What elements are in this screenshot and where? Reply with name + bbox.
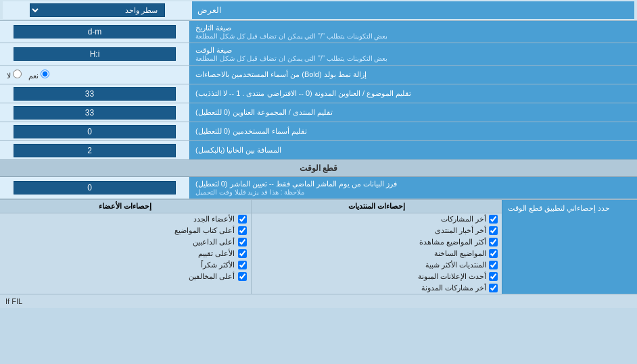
checkbox-most-viewed-label: أكثر المواضيع مشاهدة	[419, 238, 486, 246]
checkbox-top-posters2-label: أعلى الداعبين	[193, 238, 235, 246]
time-format-row: صيغة الوقت بعض التكوينات يتطلب "/" التي …	[0, 43, 637, 66]
username-count-value	[0, 122, 189, 140]
checkbox-last-posts: أخر المشاركات	[252, 213, 502, 225]
time-cut-label: فرز البيانات من يوم الماشر الماضي فقط --…	[189, 177, 637, 199]
checkbox-latest-news: أخر أخبار المنتدى	[252, 225, 502, 236]
col3: إحصاءات الأعضاء الأعضاء الجدد أعلى كتاب …	[0, 200, 251, 294]
main-container: العرض سطر واحدسطرينثلاثة أسطر صيغة التار…	[0, 0, 637, 308]
time-cut-row: فرز البيانات من يوم الماشر الماضي فقط --…	[0, 177, 637, 199]
checkbox-top-rated-label: الأعلى تقييم	[198, 249, 235, 258]
checkbox-new-members-input[interactable]	[238, 215, 247, 224]
checkbox-top-posters2: أعلى الداعبين	[0, 236, 251, 248]
time-format-input[interactable]	[14, 47, 176, 61]
checkbox-last-posts-label: أخر المشاركات	[441, 215, 486, 224]
checkbox-most-like-forums-input[interactable]	[489, 261, 498, 269]
date-format-label: صيغة التاريخ بعض التكوينات يتطلب "/" الت…	[189, 21, 637, 43]
username-count-row: تقليم أسماء المستخدمين (0 للتعطيل)	[0, 122, 637, 141]
bold-remove-value: نعم لا	[0, 66, 189, 84]
bold-remove-row: إزالة نمط بولد (Bold) من أسماء المستخدمي…	[0, 66, 637, 84]
radio-no[interactable]	[13, 70, 22, 78]
checkbox-recent-ads-label: أحدث الإعلانات المبونة	[418, 272, 486, 281]
col3-header: إحصاءات الأعضاء	[0, 200, 251, 213]
forum-title-label: تقليم المنتدى / المجموعة العناوين (0 للت…	[189, 103, 637, 122]
checkbox-recent-ads: أحدث الإعلانات المبونة	[252, 271, 502, 282]
time-cut-value	[0, 177, 189, 199]
checkbox-top-posters2-input[interactable]	[238, 238, 247, 246]
checkbox-most-thanks: الأكثر شكراً	[0, 259, 251, 271]
date-format-value	[0, 21, 189, 43]
checkbox-most-viewed: أكثر المواضيع مشاهدة	[252, 236, 502, 248]
username-count-label: تقليم أسماء المستخدمين (0 للتعطيل)	[189, 122, 637, 140]
checkbox-hot-topics-input[interactable]	[489, 249, 498, 258]
checkbox-most-thanks-input[interactable]	[238, 261, 247, 269]
checkbox-latest-news-input[interactable]	[489, 226, 498, 235]
space-between-label: المسافة بين الخانيا (بالبكسل)	[189, 141, 637, 159]
checkbox-most-thanks-label: الأكثر شكراً	[201, 261, 235, 269]
checkbox-most-like-forums-label: المنتديات الأكثر شبية	[425, 261, 486, 269]
checkboxes-section: حدد إحصاءاتي لتطبيق قطع الوقت إحصاءات ال…	[0, 199, 637, 294]
checkbox-last-noted-posts-label: أخر مشاركات المدونة	[421, 284, 486, 292]
checkbox-top-posters-input[interactable]	[238, 226, 247, 235]
bottom-note-text: If FIL	[5, 297, 22, 305]
checkbox-latest-news-label: أخر أخبار المنتدى	[435, 226, 486, 235]
checkbox-top-posters: أعلى كتاب المواضيع	[0, 225, 251, 236]
checkbox-top-visitors-label: أعلى المخالفين	[189, 272, 235, 281]
checkbox-hot-topics-label: المواضيع الساخنة	[434, 249, 486, 258]
checkbox-last-noted-posts-input[interactable]	[489, 284, 498, 292]
date-format-row: صيغة التاريخ بعض التكوينات يتطلب "/" الت…	[0, 21, 637, 43]
date-format-input[interactable]	[14, 25, 176, 38]
radio-yes[interactable]	[41, 70, 49, 78]
checkbox-top-rated-input[interactable]	[238, 249, 247, 258]
checkbox-new-members: الأعضاء الجدد	[0, 213, 251, 225]
forum-title-input[interactable]	[14, 106, 176, 120]
checkbox-recent-ads-input[interactable]	[489, 272, 498, 281]
topic-title-row: تقليم الموضوع / العناوين المدونة (0 -- ا…	[0, 84, 637, 103]
username-count-input[interactable]	[14, 125, 176, 138]
checkbox-most-viewed-input[interactable]	[489, 238, 498, 246]
space-between-input[interactable]	[14, 144, 176, 157]
checkbox-last-noted-posts: أخر مشاركات المدونة	[252, 282, 502, 294]
time-format-label: صيغة الوقت بعض التكوينات يتطلب "/" التي …	[189, 43, 637, 65]
display-label: العرض	[197, 5, 221, 15]
topic-title-input[interactable]	[14, 87, 176, 101]
display-select[interactable]: سطر واحدسطرينثلاثة أسطر	[30, 3, 165, 17]
forum-title-value	[0, 103, 189, 122]
topic-title-label: تقليم الموضوع / العناوين المدونة (0 -- ا…	[189, 84, 637, 103]
checkbox-new-members-label: الأعضاء الجدد	[193, 215, 235, 224]
checkbox-top-rated: الأعلى تقييم	[0, 248, 251, 259]
checkbox-top-visitors-input[interactable]	[238, 272, 247, 281]
checkbox-top-posters-label: أعلى كتاب المواضيع	[174, 226, 235, 235]
space-between-value	[0, 141, 189, 159]
bold-remove-label: إزالة نمط بولد (Bold) من أسماء المستخدمي…	[189, 66, 637, 84]
checkbox-last-posts-input[interactable]	[489, 215, 498, 224]
forum-title-row: تقليم المنتدى / المجموعة العناوين (0 للت…	[0, 103, 637, 122]
radio-no-label: لا	[7, 70, 22, 80]
bottom-note: If FIL	[0, 294, 637, 308]
checkbox-top-visitors: أعلى المخالفين	[0, 271, 251, 282]
col2: إحصاءات المنتديات أخر المشاركات أخر أخبا…	[251, 200, 502, 294]
time-cut-header: قطع الوقت	[0, 160, 637, 177]
space-between-row: المسافة بين الخانيا (بالبكسل)	[0, 141, 637, 160]
time-cut-input[interactable]	[14, 181, 176, 194]
checkbox-hot-topics: المواضيع الساخنة	[252, 248, 502, 259]
apply-label: حدد إحصاءاتي لتطبيق قطع الوقت	[502, 200, 637, 294]
time-format-value	[0, 43, 189, 65]
col2-header: إحصاءات المنتديات	[252, 200, 502, 213]
radio-yes-label: نعم	[28, 70, 49, 80]
display-row: العرض سطر واحدسطرينثلاثة أسطر	[0, 0, 637, 21]
checkbox-most-like-forums: المنتديات الأكثر شبية	[252, 259, 502, 271]
topic-title-value	[0, 84, 189, 103]
